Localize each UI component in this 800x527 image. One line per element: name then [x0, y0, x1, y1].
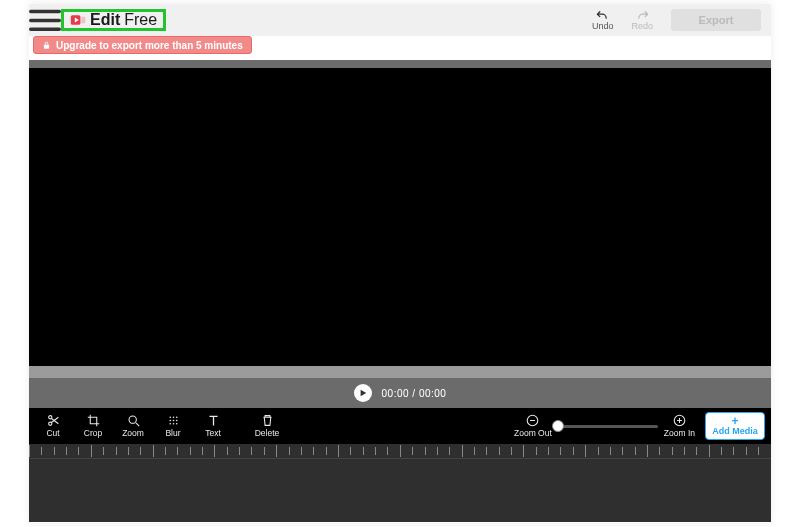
svg-point-10	[172, 420, 174, 422]
svg-point-9	[169, 420, 171, 422]
delete-label: Delete	[255, 428, 280, 438]
upgrade-text: Upgrade to export more than 5 minutes	[56, 40, 243, 51]
undo-button[interactable]: Undo	[592, 9, 614, 31]
svg-point-11	[175, 420, 177, 422]
zoom-in-label: Zoom In	[664, 428, 695, 438]
svg-point-3	[48, 416, 51, 419]
svg-point-12	[169, 423, 171, 425]
add-media-label: Add Media	[712, 426, 758, 436]
toolbar: Cut Crop Zoom Blur Text Delete Zoom Out	[29, 408, 771, 444]
plus-icon: +	[731, 416, 738, 426]
zoom-slider[interactable]	[558, 425, 658, 428]
app-window: EditFree Undo Redo Export Upgrade to exp…	[29, 4, 771, 523]
svg-rect-1	[81, 17, 85, 23]
zoom-out-button[interactable]: Zoom Out	[514, 414, 552, 438]
export-button[interactable]: Export	[671, 9, 761, 31]
upgrade-banner[interactable]: Upgrade to export more than 5 minutes	[33, 36, 252, 54]
timecode: 00:00 / 00:00	[382, 388, 447, 399]
blur-label: Blur	[165, 428, 180, 438]
text-icon	[207, 414, 220, 427]
zoom-group: Zoom Out Zoom In + Add Media	[514, 412, 765, 440]
playbar: 00:00 / 00:00	[29, 378, 771, 408]
svg-point-13	[172, 423, 174, 425]
play-icon	[359, 389, 367, 397]
export-label: Export	[699, 14, 734, 26]
svg-rect-2	[44, 44, 49, 48]
zoom-in-icon	[673, 414, 686, 427]
svg-point-8	[175, 416, 177, 418]
logo-text-primary: Edit	[90, 11, 120, 29]
scissors-icon	[47, 414, 60, 427]
logo-icon	[70, 12, 86, 28]
redo-label: Redo	[631, 21, 653, 31]
blur-button[interactable]: Blur	[155, 414, 191, 438]
preview-letterbox-top	[29, 60, 771, 68]
crop-icon	[87, 414, 100, 427]
svg-point-7	[172, 416, 174, 418]
zoom-slider-track	[558, 425, 658, 428]
zoom-button[interactable]: Zoom	[115, 414, 151, 438]
zoom-out-icon	[526, 414, 539, 427]
undo-label: Undo	[592, 21, 614, 31]
app-logo-highlight: EditFree	[61, 9, 166, 31]
crop-label: Crop	[84, 428, 102, 438]
banner-row: Upgrade to export more than 5 minutes	[29, 36, 771, 60]
video-canvas[interactable]	[29, 68, 771, 366]
topbar: EditFree Undo Redo Export	[29, 4, 771, 36]
svg-point-4	[48, 422, 51, 425]
undo-redo-group: Undo Redo	[592, 9, 653, 31]
add-media-button[interactable]: + Add Media	[705, 412, 765, 440]
preview-letterbox-bottom	[29, 366, 771, 378]
blur-icon	[167, 414, 180, 427]
preview-zone: 00:00 / 00:00	[29, 60, 771, 408]
text-button[interactable]: Text	[195, 414, 231, 438]
svg-point-5	[129, 416, 136, 423]
cut-button[interactable]: Cut	[35, 414, 71, 438]
cut-label: Cut	[46, 428, 59, 438]
lock-icon	[42, 41, 51, 50]
text-label: Text	[205, 428, 221, 438]
timeline-body[interactable]	[29, 458, 771, 522]
timeline-ruler[interactable]	[29, 444, 771, 458]
crop-button[interactable]: Crop	[75, 414, 111, 438]
menu-icon[interactable]	[29, 8, 61, 33]
zoom-slider-thumb[interactable]	[552, 420, 564, 432]
svg-point-6	[169, 416, 171, 418]
zoom-out-label: Zoom Out	[514, 428, 552, 438]
delete-button[interactable]: Delete	[249, 414, 285, 438]
zoom-label: Zoom	[122, 428, 144, 438]
play-button[interactable]	[354, 384, 372, 402]
trash-icon	[261, 414, 274, 427]
magnifier-icon	[127, 414, 140, 427]
zoom-in-button[interactable]: Zoom In	[664, 414, 695, 438]
redo-button[interactable]: Redo	[631, 9, 653, 31]
logo-text-secondary: Free	[124, 11, 157, 29]
svg-point-14	[175, 423, 177, 425]
